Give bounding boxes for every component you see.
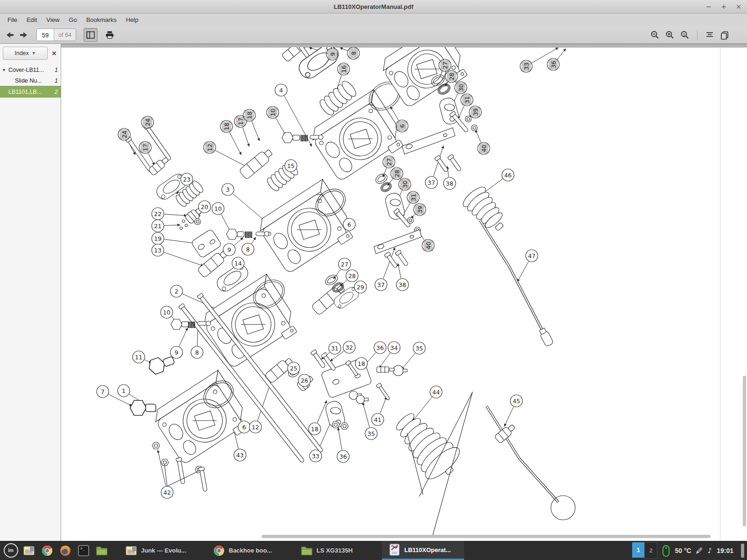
workspace-1[interactable]: 1 [632,542,644,558]
sidebar-panel-icon [86,31,95,39]
window-button-lb110xoperat[interactable]: LB110XOperat... [382,541,464,560]
window-titlebar[interactable]: LB110XOperatorManual.pdf − + × [0,0,747,14]
horizontal-scrollbar[interactable] [261,535,711,538]
menu-view[interactable]: View [42,14,64,25]
back-button[interactable] [4,28,17,42]
window-button-junk-evolu[interactable]: Junk — Evolu... [119,541,201,560]
sidebar-toggle-button[interactable] [84,28,98,42]
svg-text:36: 36 [376,344,384,351]
zoom-out-button[interactable] [648,28,662,42]
forward-button[interactable] [17,28,30,42]
stylus-icon[interactable]: 🖉 [696,546,703,555]
index-item-page: 1 [55,67,58,73]
page-number-input[interactable] [37,29,54,41]
taskbar: lm >_ Junk — Evolu...Backhoe boo...LS XG… [0,541,747,560]
window-button-backhoe-boo[interactable]: Backhoe boo... [206,541,289,560]
taskbar-windows: Junk — Evolu...Backhoe boo...LS XG3135HL… [119,541,464,560]
svg-text:7: 7 [101,388,105,395]
menu-file[interactable]: File [3,14,22,25]
svg-text:44: 44 [432,389,440,396]
callout-31: 31 [329,342,341,354]
svg-text:13: 13 [154,247,162,254]
launcher-chrome[interactable] [40,543,55,558]
svg-text:27: 27 [386,158,393,166]
svg-text:32: 32 [345,344,353,351]
window-button-label: LB110XOperat... [404,546,451,553]
workspace-switcher: 12 [632,542,657,559]
minimize-button[interactable]: − [705,3,712,10]
callout-36: 36 [547,58,559,70]
callout-4: 4 [275,84,287,96]
index-item-label: Slide Nu... [15,77,53,84]
callout-7: 7 [97,385,109,398]
expander-icon[interactable]: ▼ [2,68,8,72]
vertical-scrollbar[interactable] [743,376,746,526]
mouse-battery-icon[interactable] [662,544,670,557]
callout-27: 27 [383,156,395,168]
clock[interactable]: 19:01 [717,547,733,554]
evolution-mail-icon [125,544,138,557]
svg-text:31: 31 [410,194,417,201]
callout-25: 25 [288,362,300,374]
svg-text:40: 40 [425,242,432,249]
callout-47: 47 [526,250,538,262]
menu-edit[interactable]: Edit [22,14,42,25]
menu-help[interactable]: Help [121,14,143,25]
svg-text:15: 15 [287,162,295,169]
callout-9: 9 [326,48,338,60]
svg-text:18: 18 [246,112,253,119]
mint-menu-button[interactable]: lm [0,541,21,560]
fit-width-button[interactable] [703,28,716,42]
callout-30: 30 [399,178,411,190]
callout-10: 10 [267,106,279,119]
file-manager-icon [95,544,108,557]
zoom-original-button[interactable]: 1 [678,28,691,42]
launcher-evolution-mail[interactable] [21,543,36,558]
window-button-ls-xg3135h[interactable]: LS XG3135H [294,541,376,560]
pdf-canvas[interactable]: 9816462728303139403336373846472424172322… [61,44,747,541]
svg-text:28: 28 [448,73,455,80]
workspace-2[interactable]: 2 [644,542,657,559]
sidebar-header: Index ▼ ✕ [0,44,61,63]
svg-text:38: 38 [446,180,453,187]
dual-page-button[interactable] [718,28,731,42]
index-item-slide-nu[interactable]: Slide Nu...1 [0,75,61,86]
index-item-lb1101-lb[interactable]: LB1101,LB...2 [0,86,61,98]
sidebar-view-selector[interactable]: Index ▼ [3,47,48,60]
close-button[interactable]: × [735,3,742,10]
callout-20: 20 [198,201,211,213]
menu-go[interactable]: Go [64,14,81,25]
temperature-indicator[interactable]: 50 °C [675,547,691,554]
zoom-original-icon: 1 [680,30,690,40]
print-button[interactable] [103,28,116,42]
callout-28: 28 [346,270,358,282]
zoom-in-button[interactable] [663,28,677,42]
svg-text:33: 33 [312,453,319,460]
menu-bookmarks[interactable]: Bookmarks [82,14,121,25]
launcher-terminal[interactable]: >_ [76,543,91,558]
svg-text:20: 20 [201,203,208,210]
callout-22: 22 [152,208,164,220]
callout-23: 23 [181,173,193,185]
launcher-firefox[interactable] [58,543,73,558]
callout-43: 43 [234,449,246,461]
launcher-file-manager[interactable] [94,543,109,558]
show-desktop-strip[interactable] [741,544,744,558]
svg-text:37: 37 [377,281,385,288]
callout-40: 40 [478,142,490,154]
svg-text:41: 41 [374,416,381,423]
svg-text:39: 39 [472,108,479,116]
maximize-button[interactable]: + [720,3,727,10]
music-note-icon[interactable]: ♪ [708,546,712,555]
index-item-page: 2 [55,89,58,95]
svg-text:42: 42 [163,489,171,496]
svg-text:1: 1 [683,32,685,36]
callout-17: 17 [139,141,151,154]
callout-12: 12 [204,141,216,154]
callout-37: 37 [375,279,387,291]
index-item-cover-lb11[interactable]: ▼Cover-LB11...1 [0,64,61,75]
svg-text:17: 17 [142,144,149,151]
sidebar-close-button[interactable]: ✕ [49,49,59,58]
svg-text:6: 6 [399,124,406,128]
toolbar-separator [697,30,698,40]
